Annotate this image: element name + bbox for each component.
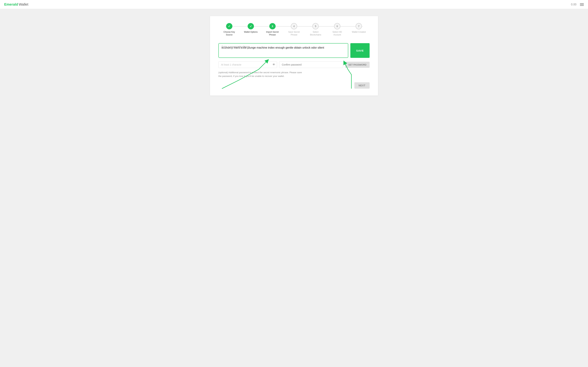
- balance-display: 0.00: [571, 3, 576, 6]
- logo-emerald-text: Emerald: [4, 2, 18, 7]
- step-7-circle: 7: [356, 23, 362, 29]
- step-5-label: Select Blockchains: [308, 31, 323, 36]
- password-row: 👁 SET PASSWORD: [218, 61, 370, 68]
- step-1-choose-key-source: ✓ Choose Key Source: [218, 23, 240, 36]
- wizard-card: ✓ Choose Key Source ✓ Wallet Options 3 I…: [210, 16, 378, 96]
- step-4-label: Save Secret Phrase: [286, 31, 302, 36]
- step-6-circle: 6: [334, 23, 340, 29]
- step-7-label: Wallet Created: [352, 31, 366, 33]
- step-3-import-secret-phrase: 3 Import Secret Phrase: [262, 23, 283, 36]
- step-2-check-icon: ✓: [250, 25, 252, 28]
- set-password-button[interactable]: SET PASSWORD: [345, 62, 370, 68]
- menu-button[interactable]: [580, 3, 584, 6]
- step-4-save-secret-phrase: 4 Save Secret Phrase: [283, 23, 305, 36]
- password-input-wrapper: 👁: [218, 61, 277, 68]
- next-button[interactable]: NEXT: [354, 82, 370, 89]
- header-right: 0.00: [571, 3, 584, 6]
- helper-text: (optional) Additional password to protec…: [218, 71, 303, 78]
- step-4-number: 4: [293, 25, 295, 28]
- step-3-label: Import Secret Phrase: [265, 31, 280, 36]
- step-6-select-hd-account: 6 Select HD Account: [326, 23, 348, 36]
- mnemonic-container: Enter a mnemonic phrase economy merit kn…: [218, 43, 370, 58]
- mnemonic-value[interactable]: economy merit knife plunge machine index…: [222, 46, 345, 55]
- logo-wallet-text: Wallet: [19, 2, 28, 7]
- app-header: Emerald Wallet 0.00: [0, 0, 588, 9]
- step-1-circle: ✓: [226, 23, 232, 29]
- step-6-number: 6: [337, 25, 338, 28]
- step-3-circle: 3: [269, 23, 276, 29]
- footer-row: NEXT: [218, 82, 370, 89]
- save-button[interactable]: SAVE: [350, 43, 370, 58]
- step-3-number: 3: [272, 25, 273, 28]
- step-2-wallet-options: ✓ Wallet Options: [240, 23, 261, 33]
- step-7-wallet-created: 7 Wallet Created: [348, 23, 370, 33]
- step-2-label: Wallet Options: [244, 31, 258, 33]
- password-input[interactable]: [218, 61, 277, 68]
- main-content: ✓ Choose Key Source ✓ Wallet Options 3 I…: [0, 9, 588, 103]
- step-7-number: 7: [358, 25, 359, 28]
- stepper: ✓ Choose Key Source ✓ Wallet Options 3 I…: [218, 23, 370, 36]
- step-4-circle: 4: [291, 23, 297, 29]
- step-1-label: Choose Key Source: [221, 31, 237, 36]
- form-section: Enter a mnemonic phrase economy merit kn…: [218, 43, 370, 89]
- confirm-password-input[interactable]: [279, 61, 343, 68]
- app-logo: Emerald Wallet: [4, 2, 28, 7]
- step-5-circle: 5: [312, 23, 319, 29]
- step-5-number: 5: [315, 25, 316, 28]
- eye-icon[interactable]: 👁: [272, 63, 275, 66]
- step-2-circle: ✓: [248, 23, 254, 29]
- mnemonic-input-wrapper[interactable]: Enter a mnemonic phrase economy merit kn…: [218, 43, 348, 58]
- step-5-select-blockchains: 5 Select Blockchains: [305, 23, 326, 36]
- step-6-label: Select HD Account: [329, 31, 345, 36]
- step-1-check-icon: ✓: [228, 25, 230, 28]
